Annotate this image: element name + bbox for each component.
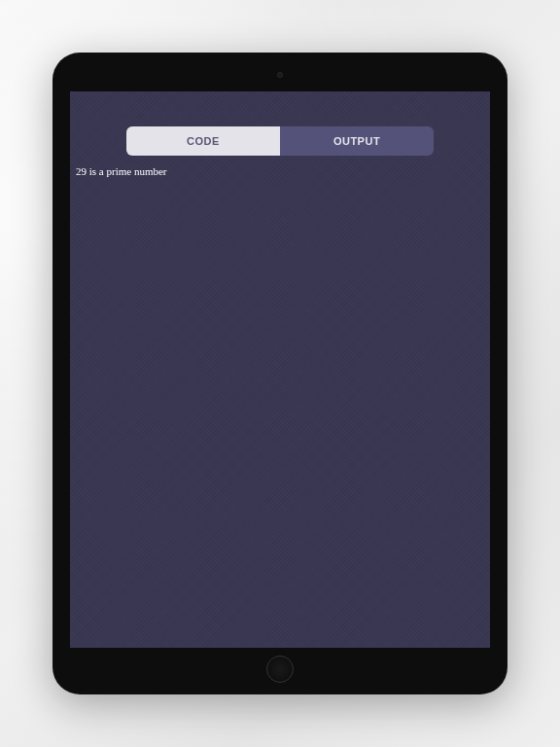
tab-output[interactable]: OUTPUT — [280, 126, 434, 156]
tab-code[interactable]: CODE — [126, 126, 280, 156]
tablet-device-frame: CODE OUTPUT 29 is a prime number — [52, 53, 508, 694]
tab-bar: CODE OUTPUT — [126, 126, 434, 156]
output-text: 29 is a prime number — [76, 165, 166, 177]
tablet-camera — [277, 72, 283, 78]
app-screen: CODE OUTPUT 29 is a prime number — [70, 91, 490, 648]
home-button[interactable] — [266, 656, 294, 683]
